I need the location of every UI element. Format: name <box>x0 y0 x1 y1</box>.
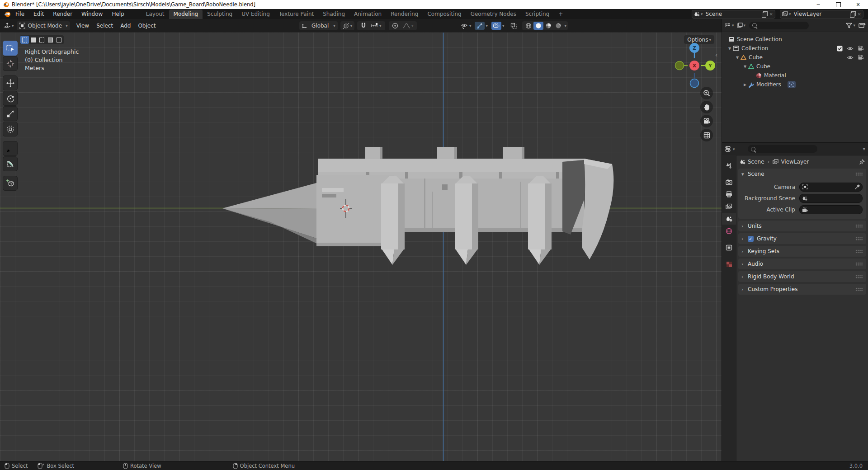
disable-render-camera-icon[interactable] <box>858 46 864 51</box>
tool-measure[interactable] <box>3 156 18 171</box>
tool-transform[interactable] <box>3 122 18 136</box>
expander-icon[interactable]: ▼ <box>742 65 748 69</box>
close-button[interactable]: ✕ <box>848 0 868 9</box>
pan-button[interactable] <box>700 101 713 113</box>
viewport-3d[interactable]: Right Orthographic (0) Collection Meters… <box>0 33 722 461</box>
tab-compositing[interactable]: Compositing <box>423 9 466 19</box>
panel-drag-handle[interactable] <box>855 237 863 241</box>
outliner-filter-button[interactable]: ▾ <box>846 23 855 28</box>
tool-cursor[interactable] <box>3 56 18 71</box>
tab-scene-properties[interactable] <box>722 213 736 225</box>
transform-orientation-selector[interactable]: Global ▾ <box>299 21 338 30</box>
tool-scale[interactable] <box>3 106 18 121</box>
menu-help[interactable]: Help <box>107 11 128 17</box>
new-viewlayer-icon[interactable] <box>850 11 856 17</box>
tab-modeling[interactable]: Modeling <box>169 9 203 19</box>
minimize-button[interactable]: ─ <box>808 0 828 9</box>
select-mode-intersect[interactable] <box>55 36 63 44</box>
gravity-panel[interactable]: › ✓ Gravity <box>738 233 866 244</box>
snap-toggle[interactable] <box>359 22 368 30</box>
breadcrumb-scene[interactable]: Scene <box>748 159 764 165</box>
blender-menu-icon[interactable] <box>4 10 11 18</box>
viewlayer-selector[interactable]: ▾ ViewLayer ✕ <box>780 10 863 19</box>
tab-geometry-nodes[interactable]: Geometry Nodes <box>466 9 521 19</box>
pin-icon[interactable] <box>859 159 865 165</box>
gravity-checkbox[interactable]: ✓ <box>748 236 754 242</box>
hide-eye-icon[interactable] <box>847 55 854 60</box>
proportional-editing-toggle[interactable] <box>390 22 400 30</box>
custom-properties-panel[interactable]: › Custom Properties <box>738 284 866 295</box>
eyedropper-icon[interactable] <box>854 184 860 190</box>
menu-add[interactable]: Add <box>117 23 134 29</box>
breadcrumb-viewlayer[interactable]: ViewLayer <box>781 159 809 165</box>
overlays-toggle[interactable]: ▾ <box>491 22 505 30</box>
panel-drag-handle[interactable] <box>855 275 863 279</box>
maximize-button[interactable] <box>828 0 848 9</box>
tab-layout[interactable]: Layout <box>142 9 169 19</box>
properties-options-chevron[interactable]: ▾ <box>863 146 865 152</box>
camera-field[interactable] <box>799 183 863 192</box>
tab-output-properties[interactable] <box>722 188 736 200</box>
menu-edit[interactable]: Edit <box>29 11 48 17</box>
outliner-editor-type-button[interactable]: ▾ <box>725 22 734 28</box>
shading-material-button[interactable] <box>543 22 553 30</box>
camera-view-button[interactable] <box>700 115 713 127</box>
properties-editor-type-button[interactable]: ▾ <box>725 146 735 152</box>
remove-viewlayer-icon[interactable]: ✕ <box>858 12 861 17</box>
select-mode-extend[interactable] <box>29 36 38 44</box>
menu-object[interactable]: Object <box>134 23 159 29</box>
scene-selector[interactable]: ▾ Scene ✕ <box>692 10 775 19</box>
menu-select[interactable]: Select <box>93 23 117 29</box>
outliner-row-cube-object[interactable]: ▼ Cube <box>722 53 868 62</box>
select-mode-set[interactable] <box>20 36 29 44</box>
tab-render-properties[interactable] <box>722 176 736 188</box>
tab-viewlayer-properties[interactable] <box>722 201 736 212</box>
perspective-toggle-button[interactable] <box>700 129 713 141</box>
panel-drag-handle[interactable] <box>855 224 863 228</box>
select-mode-subtract[interactable] <box>38 36 46 44</box>
disable-render-camera-icon[interactable] <box>858 55 864 60</box>
panel-drag-handle[interactable] <box>855 287 863 291</box>
object-visibility-selector[interactable]: ▾ <box>461 23 472 29</box>
outliner-display-mode-button[interactable]: ▾ <box>737 23 746 28</box>
menu-window[interactable]: Window <box>77 11 107 17</box>
shading-rendered-button[interactable] <box>553 22 563 30</box>
tab-world-properties[interactable] <box>722 225 736 237</box>
expander-icon[interactable]: ▶ <box>742 83 748 87</box>
tab-object-properties[interactable] <box>722 242 736 254</box>
shading-solid-button[interactable] <box>533 22 543 30</box>
panel-drag-handle[interactable] <box>855 262 863 266</box>
zoom-button[interactable] <box>700 87 713 99</box>
expander-icon[interactable]: ▼ <box>734 56 741 60</box>
hide-eye-icon[interactable] <box>847 46 854 51</box>
navigation-gizmo[interactable]: Z X Y <box>670 41 719 97</box>
tool-rotate[interactable] <box>3 91 18 106</box>
tab-texture-properties[interactable] <box>722 258 736 270</box>
tab-scripting[interactable]: Scripting <box>521 9 554 19</box>
active-clip-field[interactable] <box>799 205 863 214</box>
proportional-falloff-selector[interactable]: ▾ <box>400 22 415 30</box>
units-panel[interactable]: › Units <box>738 221 866 231</box>
keying-sets-panel[interactable]: › Keying Sets <box>738 246 866 257</box>
outliner-row-scene-collection[interactable]: ▾ Scene Collection <box>722 35 868 44</box>
xray-toggle[interactable] <box>509 22 519 30</box>
tab-sculpting[interactable]: Sculpting <box>203 9 237 19</box>
scene-panel-header[interactable]: ▾ Scene <box>738 169 866 179</box>
tool-annotate[interactable] <box>3 141 18 156</box>
collection-checkbox[interactable] <box>837 46 843 52</box>
tool-move[interactable] <box>3 75 18 90</box>
mode-selector[interactable]: Object Mode ▾ <box>17 21 70 30</box>
unlink-scene-icon[interactable]: ✕ <box>769 12 773 17</box>
outliner-search-input[interactable] <box>749 22 809 29</box>
new-scene-icon[interactable] <box>762 11 768 17</box>
menu-render[interactable]: Render <box>48 11 77 17</box>
background-scene-field[interactable] <box>799 194 863 203</box>
editor-type-button[interactable]: ▾ <box>4 22 14 29</box>
menu-file[interactable]: File <box>11 11 29 17</box>
menu-view[interactable]: View <box>73 23 93 29</box>
panel-drag-handle[interactable] <box>855 172 863 176</box>
tab-uv-editing[interactable]: UV Editing <box>237 9 274 19</box>
properties-search-input[interactable] <box>748 145 817 153</box>
sidebar-collapse-arrow[interactable]: ‹ <box>715 52 717 58</box>
tab-tool-properties[interactable] <box>722 160 736 171</box>
